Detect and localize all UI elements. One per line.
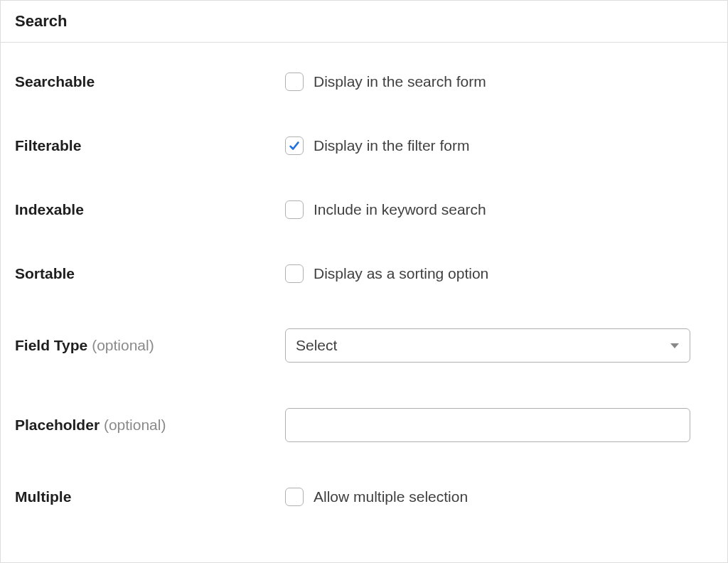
control-searchable: Display in the search form	[285, 73, 713, 91]
row-filterable: Filterable Display in the filter form	[1, 114, 727, 178]
desc-multiple: Allow multiple selection	[314, 488, 468, 505]
label-indexable: Indexable	[15, 201, 285, 218]
checkbox-indexable[interactable]	[285, 200, 304, 219]
control-indexable: Include in keyword search	[285, 200, 713, 219]
row-placeholder: Placeholder (optional)	[1, 385, 727, 465]
label-placeholder: Placeholder (optional)	[15, 417, 285, 434]
row-searchable: Searchable Display in the search form	[1, 50, 727, 114]
label-field-type: Field Type (optional)	[15, 337, 285, 354]
label-searchable: Searchable	[15, 73, 285, 90]
check-icon	[288, 139, 301, 152]
label-field-type-text: Field Type	[15, 337, 87, 353]
row-indexable: Indexable Include in keyword search	[1, 178, 727, 242]
control-field-type: Select	[285, 328, 713, 363]
desc-sortable: Display as a sorting option	[314, 265, 488, 282]
checkbox-filterable[interactable]	[285, 136, 304, 155]
select-field-type-value: Select	[296, 337, 337, 354]
control-sortable: Display as a sorting option	[285, 264, 713, 283]
search-settings-panel: Search Searchable Display in the search …	[0, 0, 728, 563]
select-wrap-field-type: Select	[285, 328, 690, 363]
checkbox-searchable[interactable]	[285, 73, 304, 91]
panel-body: Searchable Display in the search form Fi…	[1, 43, 727, 536]
desc-indexable: Include in keyword search	[314, 201, 486, 218]
row-multiple: Multiple Allow multiple selection	[1, 465, 727, 529]
control-placeholder	[285, 408, 713, 442]
desc-filterable: Display in the filter form	[314, 137, 469, 154]
desc-searchable: Display in the search form	[314, 73, 486, 90]
control-multiple: Allow multiple selection	[285, 488, 713, 506]
panel-title: Search	[1, 1, 727, 43]
row-field-type: Field Type (optional) Select	[1, 306, 727, 385]
label-filterable: Filterable	[15, 137, 285, 154]
placeholder-input[interactable]	[285, 408, 690, 442]
label-field-type-hint: (optional)	[92, 337, 154, 353]
row-sortable: Sortable Display as a sorting option	[1, 242, 727, 306]
label-multiple: Multiple	[15, 488, 285, 505]
select-field-type[interactable]: Select	[285, 328, 690, 363]
control-filterable: Display in the filter form	[285, 136, 713, 155]
checkbox-sortable[interactable]	[285, 264, 304, 283]
checkbox-multiple[interactable]	[285, 488, 304, 506]
label-placeholder-hint: (optional)	[104, 417, 166, 433]
label-placeholder-text: Placeholder	[15, 417, 100, 433]
label-sortable: Sortable	[15, 265, 285, 282]
